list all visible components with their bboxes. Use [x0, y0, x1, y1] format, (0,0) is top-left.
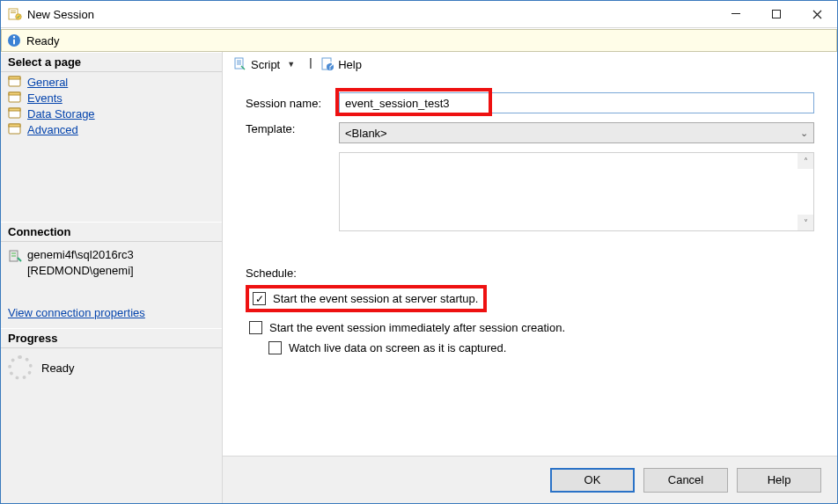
toolbar-separator: | — [309, 55, 310, 73]
help-button-footer[interactable]: Help — [737, 468, 821, 493]
new-session-dialog: New Session Ready Select a page General — [0, 0, 838, 504]
ok-button[interactable]: OK — [550, 468, 635, 493]
watch-live-data-checkbox[interactable] — [268, 341, 282, 354]
window-buttons — [716, 1, 837, 27]
highlight-startup-checkbox: Start the event session at server startu… — [246, 285, 487, 312]
session-name-label: Session name: — [246, 97, 339, 110]
minimize-button[interactable] — [716, 1, 756, 27]
template-value: <Blank> — [345, 127, 387, 140]
page-icon — [8, 75, 22, 89]
chevron-down-icon[interactable]: ▼ — [283, 60, 298, 69]
general-form: Session name: Template: <Blank> ⌄ ˄ ˅ — [223, 77, 837, 358]
connection-info: genemi4f\sql2016rc3 [REDMOND\genemi] — [1, 242, 222, 287]
help-icon: ? — [320, 57, 334, 71]
nav-item-advanced[interactable]: Advanced — [1, 121, 222, 137]
window-title: New Session — [27, 8, 716, 21]
progress-header: Progress — [1, 328, 222, 348]
connection-header: Connection — [1, 222, 222, 242]
server-icon — [8, 249, 22, 263]
help-label: Help — [338, 58, 362, 71]
scroll-down-icon[interactable]: ˅ — [798, 215, 813, 230]
select-page-header: Select a page — [1, 52, 222, 72]
template-select[interactable]: <Blank> ⌄ — [339, 122, 814, 143]
svg-rect-7 — [13, 40, 15, 45]
schedule-header: Schedule: — [246, 267, 814, 280]
page-nav: General Events Data Storage Advanced — [1, 72, 222, 142]
script-icon — [233, 57, 247, 71]
app-icon — [8, 7, 22, 21]
svg-point-8 — [13, 36, 15, 38]
maximize-button[interactable] — [756, 1, 797, 27]
start-immediately-checkbox[interactable] — [249, 321, 262, 334]
svg-rect-5 — [773, 11, 781, 18]
connection-user: [REDMOND\genemi] — [27, 263, 134, 279]
page-icon — [8, 91, 22, 105]
nav-label: Events — [27, 91, 62, 105]
startup-checkbox[interactable] — [253, 292, 266, 305]
left-panel: Select a page General Events Data Storag… — [1, 52, 223, 503]
svg-rect-10 — [9, 77, 20, 79]
template-label: Template: — [246, 122, 339, 135]
script-button[interactable]: Script ▼ — [228, 55, 304, 73]
start-immediately-label: Start the event session immediately afte… — [269, 321, 565, 334]
scroll-up-icon[interactable]: ˄ — [798, 153, 813, 169]
svg-rect-2 — [11, 12, 16, 13]
nav-label: General — [27, 76, 68, 89]
ready-status-text: Ready — [26, 34, 60, 47]
dialog-footer: OK Cancel Help — [223, 456, 837, 503]
progress-spinner-icon — [8, 355, 33, 380]
template-description-box[interactable]: ˄ ˅ — [339, 152, 814, 231]
nav-label: Data Storage — [27, 107, 95, 121]
info-icon — [7, 33, 21, 47]
view-connection-properties-link[interactable]: View connection properties — [1, 301, 222, 328]
startup-checkbox-label: Start the event session at server startu… — [273, 292, 478, 305]
svg-text:?: ? — [327, 59, 334, 71]
right-panel: Script ▼ | ? Help Session name: — [223, 52, 837, 503]
svg-rect-16 — [9, 124, 20, 127]
nav-label: Advanced — [27, 123, 78, 136]
page-icon — [8, 106, 22, 121]
progress-block: Ready — [1, 348, 222, 387]
help-button[interactable]: ? Help — [315, 55, 367, 73]
toolbar: Script ▼ | ? Help — [223, 52, 837, 77]
page-icon — [8, 122, 22, 136]
cancel-button[interactable]: Cancel — [643, 468, 728, 493]
svg-rect-14 — [9, 108, 20, 111]
chevron-down-icon: ⌄ — [800, 128, 808, 139]
ready-status-bar: Ready — [1, 29, 837, 52]
svg-rect-12 — [9, 92, 20, 95]
script-label: Script — [251, 58, 280, 71]
progress-text: Ready — [41, 362, 75, 375]
nav-item-events[interactable]: Events — [1, 90, 222, 106]
svg-rect-4 — [731, 13, 740, 14]
titlebar: New Session — [1, 1, 837, 28]
watch-live-data-label: Watch live data on screen as it is captu… — [289, 341, 506, 354]
svg-rect-1 — [11, 11, 16, 11]
svg-rect-18 — [11, 252, 16, 254]
session-name-input[interactable] — [339, 92, 814, 113]
svg-rect-19 — [11, 255, 16, 257]
connection-server: genemi4f\sql2016rc3 — [27, 247, 134, 263]
nav-item-data-storage[interactable]: Data Storage — [1, 106, 222, 121]
close-button[interactable] — [797, 1, 837, 27]
nav-item-general[interactable]: General — [1, 74, 222, 90]
